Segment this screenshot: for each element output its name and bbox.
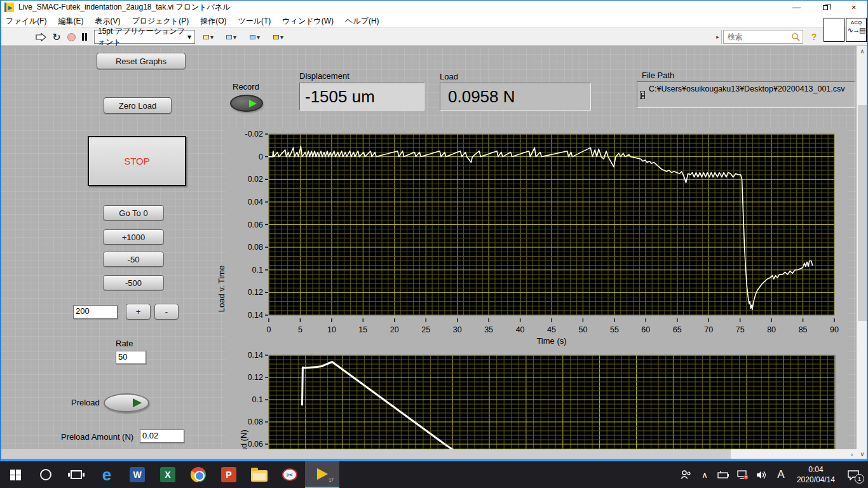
restore-button[interactable] — [811, 1, 839, 14]
vi-icon[interactable]: ACQ ∿→▤ — [846, 18, 867, 42]
abort-button[interactable] — [65, 30, 78, 44]
snipping-tool-taskbar-button[interactable]: ✂ — [275, 461, 305, 488]
plot-area — [269, 355, 834, 458]
y-tick-label: -0.02 — [245, 130, 264, 139]
y-tick-label: 0.06 — [248, 440, 263, 449]
load-v-displacement-chart[interactable]: 0.140.120.10.080.06 — [226, 349, 847, 458]
step-size-input[interactable]: 200 — [73, 305, 118, 319]
y-tick-label: 0.06 — [248, 220, 263, 229]
menu-window[interactable]: ウィンドウ(W) — [276, 14, 339, 28]
run-continuous-button[interactable]: ↻ — [50, 30, 64, 44]
distribute-objects-button[interactable]: ▾ — [222, 30, 241, 44]
preload-amount-input[interactable]: 0.02 — [140, 430, 184, 443]
menu-file[interactable]: ファイル(F) — [0, 14, 52, 28]
zero-load-button[interactable]: Zero Load — [104, 97, 172, 114]
powerpoint-taskbar-button[interactable]: P — [214, 461, 244, 488]
x-axis-label: Time (s) — [536, 336, 566, 346]
minus-500-button[interactable]: -500 — [103, 275, 164, 290]
excel-taskbar-button[interactable]: X — [153, 461, 183, 488]
chrome-taskbar-button[interactable] — [183, 461, 214, 488]
chevron-down-icon: ▾ — [210, 34, 214, 41]
labview-taskbar-button-active[interactable]: 17 — [305, 461, 339, 488]
plus-1000-button[interactable]: +1000 — [103, 229, 164, 245]
search-input[interactable] — [726, 32, 785, 42]
y-tick-label: 0.14 — [248, 311, 263, 320]
horizontal-scrollbar-thumb[interactable] — [0, 449, 731, 459]
search-box[interactable] — [723, 30, 803, 44]
pause-button[interactable] — [79, 30, 90, 44]
menu-help[interactable]: ヘルプ(H) — [339, 14, 385, 28]
ime-indicator[interactable]: A — [773, 465, 789, 484]
record-led[interactable] — [230, 95, 263, 112]
menu-operate[interactable]: 操作(O) — [194, 14, 232, 28]
clock-time: 0:04 — [797, 464, 835, 475]
menu-view[interactable]: 表示(V) — [89, 14, 126, 28]
x-tick-label: 80 — [767, 325, 776, 334]
clock[interactable]: 0:04 2020/04/14 — [792, 464, 840, 485]
x-tick-label: 20 — [390, 325, 399, 334]
close-button[interactable]: × — [839, 1, 868, 14]
menu-project[interactable]: プロジェクト(P) — [126, 14, 194, 28]
file-path-indicator[interactable]: C:¥Users¥osuikougaku13¥Desktop¥20200413_… — [637, 81, 855, 108]
jog-plus-button[interactable]: + — [126, 304, 151, 320]
file-explorer-taskbar-button[interactable] — [244, 461, 275, 488]
network-disconnected-tray-icon[interactable] — [735, 465, 751, 484]
action-center-button[interactable]: 1 — [843, 465, 864, 484]
minus-50-button[interactable]: -50 — [103, 252, 164, 267]
resize-objects-button[interactable]: ▾ — [245, 30, 264, 44]
y-tick-label: 0.12 — [248, 288, 263, 297]
scissors-icon: ✂ — [282, 468, 297, 481]
y-tick-label: 0.04 — [248, 198, 263, 207]
restore-icon — [823, 5, 828, 10]
menu-edit[interactable]: 編集(E) — [52, 14, 89, 28]
run-button[interactable] — [34, 30, 48, 44]
align-objects-icon — [203, 35, 209, 39]
system-tray: ∧ A 0:04 2020/04/14 1 — [677, 464, 868, 485]
task-view-button[interactable] — [61, 461, 92, 488]
x-tick-label: 10 — [327, 325, 336, 334]
start-button[interactable] — [0, 461, 31, 488]
axis-ticks: 0.140.120.10.080.06 — [248, 351, 268, 449]
align-objects-button[interactable]: ▾ — [199, 30, 218, 44]
horizontal-scrollbar[interactable]: › — [0, 449, 857, 459]
reset-graphs-button[interactable]: Reset Graphs — [97, 53, 186, 69]
font-selector[interactable]: 15pt アプリケーションフォント ▾ — [94, 30, 195, 44]
cortana-button[interactable] — [31, 461, 61, 488]
powerpoint-icon: P — [221, 467, 236, 482]
vertical-scrollbar-thumb[interactable] — [858, 105, 867, 321]
minimize-button[interactable]: — — [782, 1, 811, 14]
rate-input[interactable]: 50 — [116, 351, 146, 364]
vi-icon-text: ACQ — [846, 20, 866, 26]
jog-minus-button[interactable]: - — [154, 304, 179, 320]
x-tick-label: 55 — [610, 325, 619, 334]
speaker-tray-icon[interactable] — [754, 465, 770, 484]
preload-switch[interactable] — [104, 393, 149, 412]
vi-icon-blank — [824, 18, 844, 42]
vi-waveform-icon: ∿→▤ — [846, 26, 866, 34]
chevron-down-icon: ▾ — [280, 34, 283, 41]
chart1-title-vertical: Load v. Time — [217, 261, 226, 318]
windows-logo-icon — [10, 470, 21, 480]
file-path-value: C:¥Users¥osuikougaku13¥Desktop¥20200413_… — [649, 85, 845, 93]
edge-taskbar-button[interactable]: e — [92, 461, 122, 488]
cortana-icon — [40, 469, 51, 480]
load-v-time-chart[interactable]: -0.0200.020.040.060.080.10.120.140510152… — [226, 128, 847, 351]
tray-chevron-up-icon[interactable]: ∧ — [696, 465, 713, 484]
go-to-0-button[interactable]: Go To 0 — [103, 205, 164, 220]
menu-tools[interactable]: ツール(T) — [232, 14, 276, 28]
task-view-icon — [71, 470, 82, 479]
people-tray-icon[interactable] — [677, 465, 694, 484]
record-led-arrow-icon — [249, 100, 257, 107]
scroll-right-arrow-icon[interactable]: › — [847, 449, 857, 459]
toolbar-expand-arrow[interactable]: ▸ — [714, 30, 722, 44]
clock-date: 2020/04/14 — [797, 475, 835, 485]
x-tick-label: 85 — [799, 325, 808, 334]
context-help-button[interactable]: ? — [808, 30, 820, 44]
battery-tray-icon[interactable] — [715, 465, 732, 484]
y-tick-label: 0.14 — [248, 351, 263, 360]
stop-button[interactable]: STOP — [88, 136, 186, 186]
distribute-objects-icon — [226, 35, 232, 39]
word-taskbar-button[interactable]: W — [122, 461, 153, 488]
reorder-button[interactable]: ▾ — [269, 30, 288, 44]
x-tick-label: 5 — [298, 325, 302, 334]
